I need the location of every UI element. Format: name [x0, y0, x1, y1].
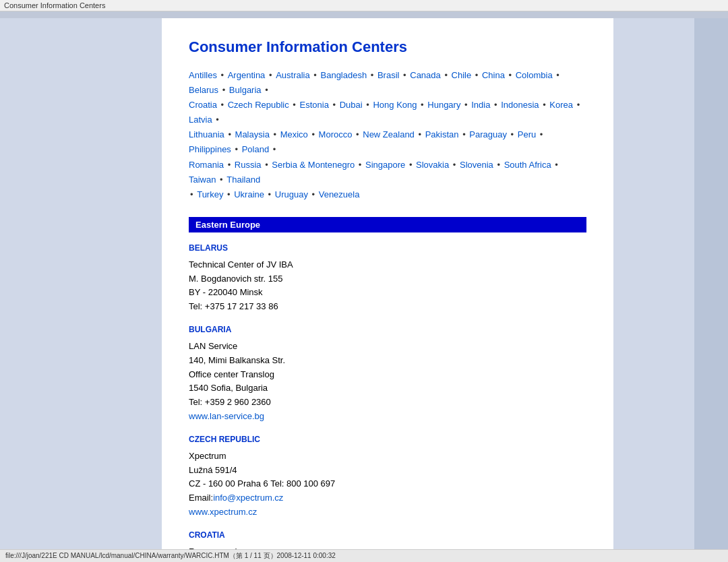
- address-block-czech-republic: Xpectrum Lužná 591/4 CZ - 160 00 Praha 6…: [189, 449, 586, 520]
- nav-link-romania[interactable]: Romania: [189, 160, 224, 170]
- nav-link-bangladesh[interactable]: Bangladesh: [321, 70, 367, 80]
- nav-link-croatia[interactable]: Croatia: [189, 100, 217, 110]
- nav-link-dubai[interactable]: Dubai: [340, 100, 363, 110]
- nav-link-new-zealand[interactable]: New Zealand: [363, 129, 415, 139]
- nav-link-serbia[interactable]: Serbia & Montenegro: [272, 160, 355, 170]
- sidebar-right-wide: [613, 18, 694, 562]
- nav-link-india[interactable]: India: [471, 100, 490, 110]
- nav-link-slovakia[interactable]: Slovakia: [416, 160, 449, 170]
- nav-link-paraguay[interactable]: Paraguay: [469, 129, 507, 139]
- country-header-croatia: Croatia: [189, 530, 586, 540]
- nav-link-malaysia[interactable]: Malaysia: [235, 129, 270, 139]
- nav-link-taiwan[interactable]: Taiwan: [189, 175, 216, 185]
- nav-link-brasil[interactable]: Brasil: [377, 70, 400, 80]
- country-header-bulgaria: Bulgaria: [189, 325, 586, 334]
- status-bar-text: file:///J/joan/221E CD MANUAL/lcd/manual…: [5, 552, 336, 559]
- browser-title-bar: Consumer Information Centers: [0, 0, 728, 11]
- nav-link-china[interactable]: China: [482, 70, 505, 80]
- main-content: Consumer Information Centers Antilles • …: [162, 18, 613, 562]
- nav-link-philippines[interactable]: Philippines: [189, 144, 231, 154]
- nav-link-uruguay[interactable]: Uruguay: [275, 189, 308, 199]
- nav-link-canada[interactable]: Canada: [410, 70, 441, 80]
- nav-link-pakistan[interactable]: Pakistan: [425, 129, 459, 139]
- status-bar: file:///J/joan/221E CD MANUAL/lcd/manual…: [0, 549, 728, 562]
- country-section-bulgaria: Bulgaria LAN Service 140, Mimi Balkanska…: [189, 325, 586, 424]
- nav-link-australia[interactable]: Australia: [276, 70, 310, 80]
- nav-link-mexico[interactable]: Mexico: [280, 129, 308, 139]
- nav-link-colombia[interactable]: Colombia: [516, 70, 553, 80]
- address-block-bulgaria: LAN Service 140, Mimi Balkanska Str. Off…: [189, 340, 586, 424]
- nav-link-czech-republic[interactable]: Czech Republic: [228, 100, 289, 110]
- address-block-belarus: Technical Center of JV IBA M. Bogdanovic…: [189, 258, 586, 314]
- section-header: Eastern Europe: [189, 217, 586, 232]
- nav-link-south-africa[interactable]: South Africa: [504, 160, 551, 170]
- nav-link-peru[interactable]: Peru: [518, 129, 536, 139]
- nav-link-hungary[interactable]: Hungary: [427, 100, 460, 110]
- page-wrapper: Consumer Information Centers Antilles • …: [0, 11, 728, 562]
- country-header-czech-republic: Czech Republic: [189, 435, 586, 444]
- nav-link-poland[interactable]: Poland: [242, 144, 269, 154]
- sidebar-right-narrow: [694, 18, 728, 562]
- nav-link-singapore[interactable]: Singapore: [365, 160, 405, 170]
- nav-link-chile[interactable]: Chile: [452, 70, 472, 80]
- bulgaria-website[interactable]: www.lan-service.bg: [189, 411, 264, 421]
- nav-link-morocco[interactable]: Morocco: [319, 129, 353, 139]
- czech-website[interactable]: www.xpectrum.cz: [189, 507, 257, 517]
- nav-link-venezuela[interactable]: Venezuela: [319, 189, 360, 199]
- czech-email[interactable]: info@xpectrum.cz: [213, 493, 283, 503]
- sidebar-left: [0, 18, 162, 562]
- nav-links: Antilles • Argentina • Australia • Bangl…: [189, 68, 586, 202]
- nav-link-antilles[interactable]: Antilles: [189, 70, 217, 80]
- nav-link-argentina[interactable]: Argentina: [228, 70, 266, 80]
- nav-link-latvia[interactable]: Latvia: [189, 115, 212, 125]
- nav-link-korea[interactable]: Korea: [549, 100, 573, 110]
- nav-link-lithuania[interactable]: Lithuania: [189, 129, 224, 139]
- nav-link-turkey[interactable]: Turkey: [197, 189, 223, 199]
- nav-link-estonia[interactable]: Estonia: [300, 100, 329, 110]
- nav-link-bulgaria[interactable]: Bulgaria: [229, 85, 262, 95]
- nav-link-hong-kong[interactable]: Hong Kong: [373, 100, 417, 110]
- browser-title: Consumer Information Centers: [4, 1, 105, 9]
- nav-link-russia[interactable]: Russia: [235, 160, 262, 170]
- country-header-belarus: Belarus: [189, 243, 586, 253]
- nav-link-thailand[interactable]: Thailand: [226, 175, 260, 185]
- nav-link-indonesia[interactable]: Indonesia: [501, 100, 539, 110]
- page-title: Consumer Information Centers: [189, 38, 586, 56]
- nav-link-ukraine[interactable]: Ukraine: [234, 189, 264, 199]
- nav-link-slovenia[interactable]: Slovenia: [460, 160, 493, 170]
- country-section-belarus: Belarus Technical Center of JV IBA M. Bo…: [189, 243, 586, 314]
- nav-link-belarus[interactable]: Belarus: [189, 85, 218, 95]
- country-section-czech-republic: Czech Republic Xpectrum Lužná 591/4 CZ -…: [189, 435, 586, 520]
